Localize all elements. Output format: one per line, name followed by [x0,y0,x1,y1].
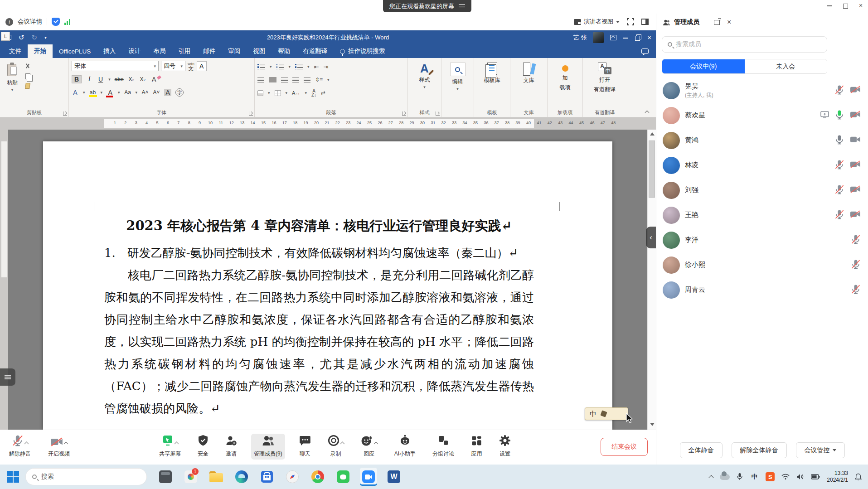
multilevel-list-icon[interactable] [295,64,303,69]
participant-camera-icon[interactable] [850,86,861,95]
toolbar-item-开启视频[interactable]: 开启视频 [45,434,73,460]
toolbar-item-管理成员(9)[interactable]: 管理成员(9) [251,434,285,460]
participant-camera-icon[interactable] [850,210,861,220]
account-name[interactable]: 艺 张 [573,34,587,42]
participant-mic-icon[interactable] [834,209,844,221]
redo-button[interactable]: ↻ [32,34,38,42]
template-library-button[interactable]: 模板库 [477,61,507,86]
minimize-button[interactable] [826,2,834,9]
numbering-icon[interactable] [276,64,284,69]
word-minimize-button[interactable] [623,34,629,40]
taskbar-app-microsoft-store[interactable] [258,468,276,486]
italic-button[interactable]: I [86,76,93,83]
collapse-ribbon-icon[interactable] [645,110,650,114]
ribbon-tab-审阅[interactable]: 审阅 [222,44,247,58]
styles-button[interactable]: A 样式▾ [411,61,438,90]
tell-me-search[interactable]: 操作说明搜索 [334,44,391,58]
justify-icon[interactable] [292,77,299,82]
participant-row-晃昊[interactable]: 晃昊 (主持人, 我) [656,78,868,103]
wenku-button[interactable]: 文库 [513,61,544,86]
ribbon-tab-引用[interactable]: 引用 [172,44,197,58]
line-spacing-icon[interactable]: ⇕≡ [315,77,323,83]
scroll-down-icon[interactable] [650,423,655,426]
ribbon-tab-邮件[interactable]: 邮件 [197,44,222,58]
participant-camera-icon[interactable] [850,111,861,120]
decrease-indent-icon[interactable]: ⇤ [314,63,319,70]
ribbon-tab-视图[interactable]: 视图 [247,44,272,58]
taskbar-app-photos-app[interactable]: 1 [182,468,199,486]
taskbar-app-dark-window-app[interactable] [157,468,174,486]
volume-icon[interactable] [796,474,804,480]
wifi-icon[interactable] [781,474,790,480]
strikethrough-button[interactable]: abe [115,76,124,82]
clipboard-dialog-launcher[interactable] [63,111,67,116]
end-meeting-button[interactable]: 结束会议 [601,438,648,456]
copy-button[interactable] [24,73,32,79]
participant-mic-icon[interactable] [851,259,861,271]
ribbon-tab-插入[interactable]: 插入 [97,44,122,58]
taskbar-app-word-app[interactable]: W [385,468,402,486]
ime-indicator[interactable]: 中 [585,407,628,420]
footer-button-全体静音[interactable]: 全体静音 [680,442,723,458]
font-size-select[interactable]: 四号▾ [161,61,185,71]
open-youdao-button[interactable]: 打开 有道翻译 [586,61,624,95]
toolbar-item-AI小助手[interactable]: AI小助手 [392,434,418,460]
font-dialog-launcher[interactable] [249,111,253,116]
shrink-font-icon[interactable]: A˅ [153,89,160,96]
highlight-color-icon[interactable]: ab [89,89,97,96]
toolbar-item-分组讨论[interactable]: 分组讨论 [430,434,457,460]
character-shading-icon[interactable]: A [164,89,171,96]
horizontal-ruler[interactable]: 1234567891011121314151617181920212223242… [0,117,656,130]
addin-button[interactable]: 加 载项 [550,61,580,93]
bold-button[interactable]: B [72,75,82,83]
undo-button[interactable]: ↺ [19,34,24,42]
underline-button[interactable]: U [97,76,104,83]
chevron-up-icon[interactable] [175,442,179,446]
taskbar-app-compass-browser[interactable] [284,468,301,486]
toolbar-item-解除静音[interactable]: 解除静音 [6,434,34,460]
account-avatar[interactable] [593,32,604,43]
footer-button-会议管控[interactable]: 会议管控 [796,442,845,458]
side-panel-toggle-icon[interactable] [641,19,649,25]
word-close-button[interactable]: × [647,34,651,41]
document-text[interactable]: 2023 年核心报告第 4 章内容清单：核电行业运行管理良好实践↵ 1. 研发乙… [104,141,534,420]
notifications-bell-icon[interactable] [855,473,862,481]
toolbar-item-应用[interactable]: 应用 [468,434,485,460]
participant-camera-icon[interactable] [850,185,861,195]
taskbar-clock[interactable]: 13:33 2024/2/1 [827,470,848,484]
scroll-up-icon[interactable] [650,132,655,136]
mic-tray-icon[interactable] [737,473,743,481]
participant-row-蔡欢星[interactable]: 蔡欢星 [656,103,868,128]
meeting-details-link[interactable]: 会议详情 [18,18,42,26]
participant-camera-icon[interactable] [850,160,861,170]
align-left-icon[interactable] [257,77,264,82]
taskbar-app-file-explorer[interactable] [208,468,225,486]
phonetic-guide-icon[interactable]: wén文 [188,62,194,71]
participant-row-黄鸿[interactable]: 黄鸿 [656,128,868,153]
panel-close-icon[interactable]: × [727,19,731,25]
taskbar-app-green-messenger[interactable] [335,468,352,486]
editing-button[interactable]: 编辑▾ [444,61,471,92]
cut-button[interactable] [24,63,32,70]
change-case-icon[interactable]: Aa [124,89,131,96]
ribbon-tab-文件[interactable]: 文件 [3,44,28,58]
taskbar-search-input[interactable]: 搜索 [25,468,147,485]
toolbar-item-邀请[interactable]: 邀请 [223,434,240,460]
participant-row-李洋[interactable]: 李洋 [656,228,868,252]
participant-row-徐小熙[interactable]: 徐小熙 [656,252,868,277]
participant-camera-icon[interactable] [850,136,861,145]
taskbar-app-chrome-browser[interactable] [309,468,326,486]
sidebar-collapse-handle[interactable]: ‹ [646,227,656,248]
view-mode-dropdown[interactable]: 演讲者视图 [574,18,620,26]
footer-button-解除全体静音[interactable]: 解除全体静音 [732,442,787,458]
toolbar-item-聊天[interactable]: 聊天 [296,434,314,460]
toolbar-item-设置[interactable]: 设置 [496,434,514,460]
participant-mic-icon[interactable] [851,284,861,296]
styles-dialog-launcher[interactable] [436,111,440,116]
increase-indent-icon[interactable]: ⇥ [324,63,329,70]
bullets-icon[interactable] [257,64,265,69]
participant-mic-icon[interactable] [834,160,844,171]
document-page[interactable]: 2023 年核心报告第 4 章内容清单：核电行业运行管理良好实践↵ 1. 研发乙… [43,141,612,430]
align-right-icon[interactable] [281,77,288,82]
taskbar-app-tencent-meeting[interactable] [360,468,377,486]
